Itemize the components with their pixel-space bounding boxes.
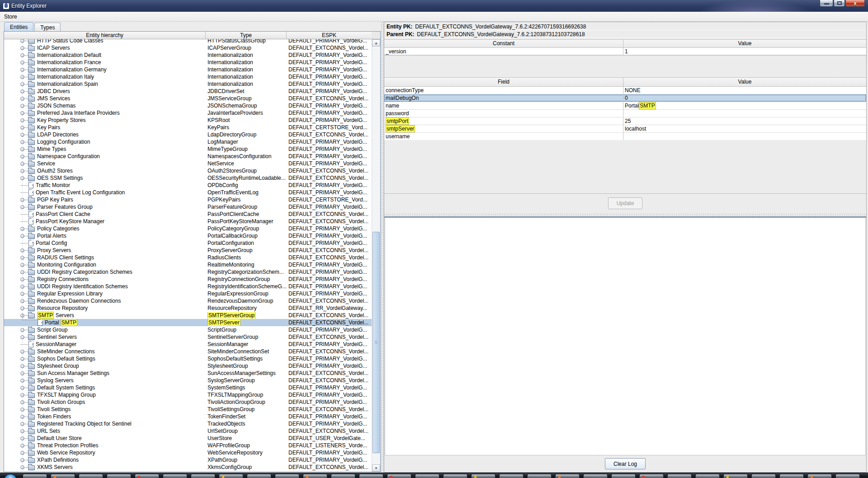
tree-expand-knob[interactable] — [20, 256, 24, 260]
tree-row[interactable]: ICAP ServersICAPServerGroupDEFAULT_EXTCO… — [4, 44, 372, 52]
tree-row[interactable]: UDDI Registry Identification SchemesRegi… — [4, 283, 372, 290]
tree-expand-knob[interactable] — [20, 400, 24, 404]
tree-expand-knob[interactable] — [20, 444, 24, 448]
tree-row[interactable]: PassPort Client CachePassPortClientCache… — [4, 211, 372, 218]
taskbar-button[interactable] — [415, 474, 439, 478]
taskbar-button[interactable] — [611, 474, 636, 478]
taskbar-button[interactable] — [247, 474, 271, 478]
tree-expand-knob[interactable] — [20, 357, 24, 361]
tree-row[interactable]: Default User StoreUserStoreDEFAULT_USER_… — [4, 435, 372, 442]
column-header-entity-hierarchy[interactable]: Entity hierarchy — [4, 32, 206, 39]
column-header-field[interactable]: Field — [384, 78, 623, 86]
tree-expand-knob[interactable] — [20, 306, 24, 310]
close-button[interactable]: x — [845, 0, 865, 7]
tree-row[interactable]: Internationalization ItalyInternationali… — [4, 73, 372, 80]
tree-row[interactable]: Internationalization SpainInternationali… — [4, 80, 372, 88]
split-divider-horizontal[interactable] — [384, 213, 866, 216]
tree-expand-knob[interactable] — [20, 364, 24, 368]
tree-expand-knob[interactable] — [20, 68, 24, 72]
tree-expand-knob[interactable] — [20, 198, 24, 202]
taskbar-button[interactable] — [471, 474, 495, 478]
tree-expand-knob[interactable] — [20, 292, 24, 296]
taskbar-button[interactable] — [527, 474, 552, 478]
taskbar-button[interactable] — [751, 474, 776, 478]
tree-expand-knob[interactable] — [20, 451, 24, 455]
tree-row[interactable]: Open Traffic Event Log ConfigurationOpen… — [4, 189, 372, 196]
taskbar-button[interactable] — [191, 474, 215, 478]
split-divider-vertical[interactable] — [381, 22, 384, 473]
tree-expand-knob[interactable] — [20, 155, 24, 159]
tree-row[interactable]: Key PairsKeyPairsDEFAULT_CERTSTORE_Vord.… — [4, 124, 372, 131]
taskbar-button[interactable] — [583, 474, 608, 478]
tree-expand-knob[interactable] — [20, 118, 24, 122]
tree-row[interactable]: Threat Protection ProfilesWAFProfileGrou… — [4, 442, 372, 449]
tree-row[interactable]: ServiceNetServiceDEFAULT_PRIMARY_VordelG… — [4, 160, 372, 167]
tree-row[interactable]: Resource RepositoryResourceRepositoryDEF… — [4, 305, 372, 312]
taskbar-button[interactable] — [51, 474, 75, 478]
tree-expand-knob[interactable] — [20, 299, 24, 303]
tree-expand-knob[interactable] — [20, 39, 24, 43]
tree-expand-knob[interactable] — [20, 335, 24, 339]
tree-expand-knob[interactable] — [20, 436, 24, 441]
tree-expand-knob[interactable] — [20, 147, 24, 151]
tree-row[interactable]: Internationalization DefaultInternationa… — [4, 52, 372, 59]
tree-row[interactable]: RADIUS Client SettingsRadiusClientsDEFAU… — [4, 254, 372, 261]
taskbar-button[interactable] — [443, 474, 467, 478]
tree-row[interactable]: XPath DefinitionsXPathGroupDEFAULT_PRIMA… — [4, 456, 372, 464]
taskbar-button[interactable] — [499, 474, 524, 478]
tree-row[interactable]: JSON SchemasJSONSchemaGroupDEFAULT_PRIMA… — [4, 102, 372, 109]
tree-expand-knob[interactable] — [20, 227, 24, 231]
tree-expand-knob[interactable] — [20, 248, 24, 253]
tree-row[interactable]: Internationalization GermanyInternationa… — [4, 66, 372, 73]
tree-row[interactable]: Sun Access Manager SettingsSunAccessMana… — [4, 370, 372, 377]
tree-row[interactable]: TFXSLT Mapping GroupTFXSLTMappingGroupDE… — [4, 391, 372, 398]
tree-row[interactable]: Tivoli SettingsTivoliSettingsGroupDEFAUL… — [4, 406, 372, 413]
tree-row[interactable]: PGP Key PairsPGPKeyPairsDEFAULT_CERTSTOR… — [4, 196, 372, 203]
column-header-type[interactable]: Type — [206, 32, 287, 39]
tab-types[interactable]: Types — [34, 23, 61, 32]
tree-row[interactable]: Mime TypesMimeTypeGroupDEFAULT_PRIMARY_V… — [4, 145, 372, 153]
tree-expand-knob[interactable] — [20, 350, 24, 354]
minimize-button[interactable] — [820, 0, 833, 7]
tree-expand-knob[interactable] — [20, 393, 24, 397]
taskbar-button[interactable] — [135, 474, 159, 478]
tree-row[interactable]: Sentinel ServersSentinelServerGroupDEFAU… — [4, 333, 372, 341]
tree-row[interactable]: Default System SettingsSystemSettingsDEF… — [4, 384, 372, 391]
tree-row[interactable]: Stylesheet GroupStylesheetGroupDEFAULT_P… — [4, 362, 372, 370]
tab-entities[interactable]: Entities — [4, 22, 33, 32]
taskbar-button[interactable] — [387, 474, 411, 478]
tree-row[interactable]: Rendezvous Daemon ConnectionsRendezvousD… — [4, 297, 372, 305]
tree-expand-knob[interactable] — [20, 126, 24, 130]
tree-expand-knob[interactable] — [20, 75, 24, 79]
scroll-up-arrow[interactable]: ▲ — [372, 39, 380, 47]
tree-vertical-scrollbar[interactable]: ▲ ▼ — [372, 39, 380, 472]
tree-expand-knob[interactable] — [20, 277, 24, 281]
tree-expand-knob[interactable] — [20, 82, 24, 86]
tree-expand-knob[interactable] — [20, 53, 24, 57]
tree-row[interactable]: OAuth2 StoresOAuth2StoresGroupDEFAULT_EX… — [4, 167, 372, 174]
tree-expand-knob[interactable] — [20, 263, 24, 267]
tree-expand-knob[interactable] — [20, 328, 24, 332]
tree-expand-knob[interactable] — [20, 169, 24, 173]
tree-row[interactable]: SMTP ServersSMTPServerGroupDEFAULT_EXTCO… — [4, 312, 372, 319]
column-header-espk[interactable]: ESPK — [287, 32, 372, 39]
taskbar-button[interactable] — [275, 474, 299, 478]
tree-expand-knob[interactable] — [20, 104, 24, 108]
tree-row[interactable]: Registered Tracking Object for SentinelT… — [4, 420, 372, 427]
clear-log-button[interactable]: Clear Log — [605, 458, 646, 469]
constant-row[interactable]: _version1 — [384, 48, 866, 55]
tree-expand-knob[interactable] — [20, 205, 24, 209]
tree-row[interactable]: Syslog ServersSyslogServerGroupDEFAULT_E… — [4, 377, 372, 384]
tree-expand-knob[interactable] — [20, 465, 24, 469]
tree-expand-knob[interactable] — [20, 89, 24, 94]
tree-expand-knob[interactable] — [20, 408, 24, 412]
field-row[interactable]: namePortal SMTP — [384, 102, 866, 110]
taskbar-button[interactable] — [667, 474, 692, 478]
tree-row[interactable]: JDBC DriversJDBCDriverSetDEFAULT_PRIMARY… — [4, 88, 372, 95]
tree-row[interactable]: Script GroupScriptGroupDEFAULT_PRIMARY_V… — [4, 326, 372, 333]
tree-expand-knob[interactable] — [20, 379, 24, 383]
tree-row[interactable]: Monitoring ConfigurationRealtimeMonitori… — [4, 261, 372, 268]
taskbar-button[interactable] — [303, 474, 327, 478]
tree-expand-knob[interactable] — [20, 422, 24, 426]
tree-row[interactable]: LDAP DirectoriesLdapDirectoryGroupDEFAUL… — [4, 131, 372, 138]
